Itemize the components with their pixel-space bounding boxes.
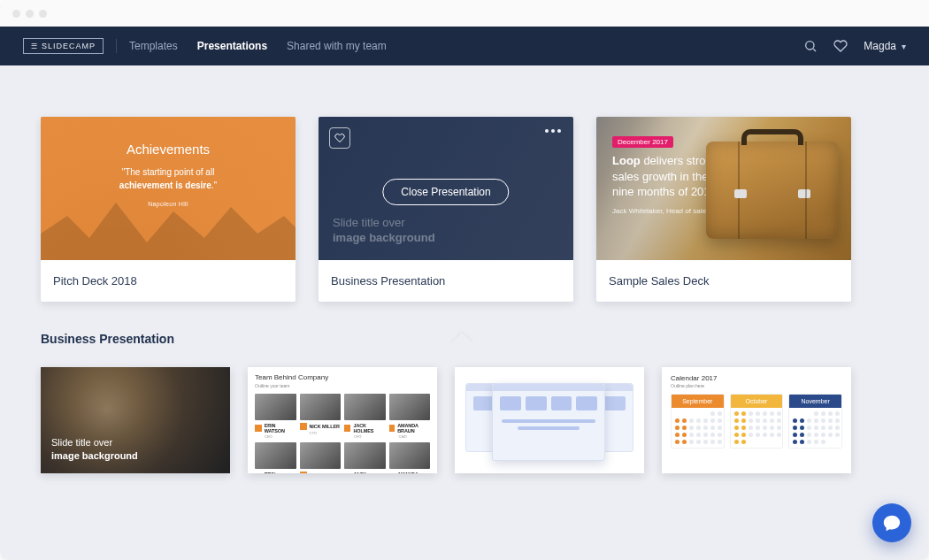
logo[interactable]: SLIDECAMP [23,38,104,54]
slide-image-title[interactable]: Slide title over image background [41,367,230,473]
more-button[interactable] [545,129,561,133]
card-thumb-orange: Achievements "The starting point of all … [41,117,296,260]
help-chat-button[interactable] [872,503,911,542]
chat-icon [882,513,902,533]
card-business-presentation[interactable]: Close Presentation Slide title over imag… [319,117,573,302]
card-thumb-dark: Close Presentation Slide title over imag… [319,117,573,260]
calendar-month: October [730,394,784,449]
browser-chrome [0,0,929,27]
date-tag: December 2017 [612,136,673,148]
logo-bars-icon [31,42,38,50]
favorite-button[interactable] [329,127,350,149]
heart-icon [334,133,345,143]
close-presentation-button[interactable]: Close Presentation [382,179,509,205]
team-member: ERIN WATSONCEO [255,394,296,439]
team-member: AMANDA BRAUNCMO [389,442,431,473]
card-sample-sales-deck[interactable]: December 2017 Loop delivers strong sales… [596,117,851,302]
team-member: NICK MILLERCTO [300,442,342,473]
team-member: NICK MILLERCTO [300,394,342,439]
user-name: Magda [864,40,896,52]
nav-shared[interactable]: Shared with my team [287,40,387,52]
window-dot [26,10,34,18]
top-nav: SLIDECAMP Templates Presentations Shared… [0,27,929,65]
card-caption: Business Presentation [319,260,573,302]
user-menu[interactable]: Magda [864,40,906,52]
briefcase-graphic [706,142,839,239]
team-member: AMANDA BRAUNCMO [389,394,431,439]
nav-templates[interactable]: Templates [129,40,178,52]
svg-line-1 [813,49,816,51]
slide-wireframes[interactable] [455,367,644,473]
calendar-month: September [671,394,725,449]
calendar-month: November [788,394,842,449]
window-dot [12,10,20,18]
thumb-quote: "The starting point of all achievement i… [71,165,265,192]
slide-title: Team Behind Company [255,374,430,382]
slide-subtitle: Outline your team [255,383,430,388]
card-pitch-deck[interactable]: Achievements "The starting point of all … [41,117,296,302]
slides-section: Business Presentation Slide title over i… [41,332,888,473]
team-grid: ERIN WATSONCEO NICK MILLERCTO JACK HOLME… [255,394,430,473]
window-dot [39,10,47,18]
nav-separator [116,39,117,53]
card-thumb-sales: December 2017 Loop delivers strong sales… [596,117,851,260]
more-dots-icon [545,129,549,133]
slide-calendar[interactable]: Calendar 2017 Outline plan here Septembe… [662,367,851,473]
thumb-title: Achievements [71,142,265,157]
heart-icon[interactable] [833,39,848,53]
svg-point-0 [806,42,814,50]
search-icon[interactable] [803,39,818,53]
nav-presentations[interactable]: Presentations [197,40,267,52]
logo-text: SLIDECAMP [42,42,96,50]
calendar-row: September October November [671,394,842,449]
slide-text: Slide title over image background [51,436,138,463]
chevron-down-icon [902,40,906,52]
team-member: ERIN WATSONCEO [255,442,296,473]
wireframe-graphic [465,376,633,463]
card-caption: Sample Sales Deck [596,260,851,302]
mountain-shape [41,189,296,260]
slide-team[interactable]: Team Behind Company Outline your team ER… [248,367,437,473]
slide-title: Calendar 2017 [671,374,842,382]
team-member: JACK HOLMESCFO [344,442,386,473]
card-caption: Pitch Deck 2018 [41,260,296,302]
thumb-author: Napoleon Hill [71,201,265,207]
presentation-cards-row: Achievements "The starting point of all … [41,65,888,302]
slide-subtitle: Outline plan here [671,383,842,388]
team-member: JACK HOLMESCFO [344,394,386,439]
thumb-ghost-text: Slide title over image background [333,216,435,246]
